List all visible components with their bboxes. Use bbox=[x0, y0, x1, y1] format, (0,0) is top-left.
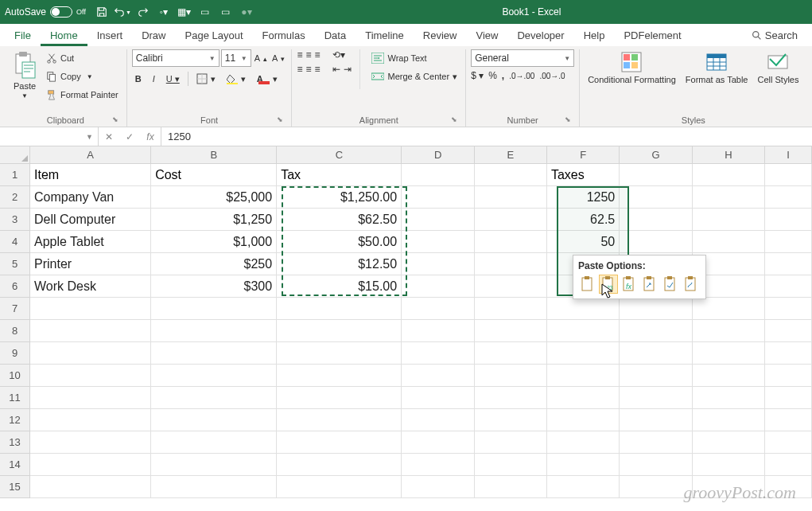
cell-E13[interactable] bbox=[475, 431, 547, 454]
spreadsheet-grid[interactable]: ABCDEFGHI 123456789101112131415 ItemCost… bbox=[0, 146, 812, 508]
number-format-combo[interactable]: General▼ bbox=[471, 49, 574, 67]
cell-D7[interactable] bbox=[402, 298, 474, 320]
cell-G4[interactable] bbox=[620, 231, 692, 253]
orientation-icon[interactable]: ⟲▾ bbox=[332, 49, 345, 60]
cell-B11[interactable] bbox=[151, 387, 277, 409]
cell-F13[interactable] bbox=[547, 431, 620, 454]
cell-F3[interactable]: 62.5 bbox=[547, 209, 620, 231]
row-header-6[interactable]: 6 bbox=[0, 275, 30, 298]
format-painter-button[interactable]: Format Painter bbox=[43, 86, 122, 103]
column-header-C[interactable]: C bbox=[277, 146, 402, 164]
cell-D12[interactable] bbox=[402, 409, 474, 431]
cell-E9[interactable] bbox=[475, 342, 547, 365]
paste-option-values[interactable]: 123 bbox=[599, 275, 618, 294]
cancel-formula-icon[interactable]: ✕ bbox=[99, 127, 119, 146]
borders-button[interactable]: ▾ bbox=[193, 70, 219, 88]
cell-C6[interactable]: $15.00 bbox=[277, 275, 402, 298]
insert-function-icon[interactable]: fx bbox=[140, 127, 161, 146]
cell-A15[interactable] bbox=[30, 476, 151, 498]
paste-option-formatting[interactable] bbox=[661, 275, 680, 294]
font-name-combo[interactable]: Calibri▼ bbox=[132, 49, 220, 67]
cell-I13[interactable] bbox=[765, 431, 812, 454]
cell-B6[interactable]: $300 bbox=[151, 275, 277, 298]
cell-B14[interactable] bbox=[151, 454, 277, 476]
decrease-indent-icon[interactable]: ⇤ bbox=[332, 64, 340, 75]
cell-C9[interactable] bbox=[277, 342, 402, 365]
cell-I10[interactable] bbox=[765, 365, 812, 387]
row-header-7[interactable]: 7 bbox=[0, 298, 30, 320]
cell-F15[interactable] bbox=[547, 476, 620, 498]
menu-developer[interactable]: Developer bbox=[507, 25, 573, 46]
enter-formula-icon[interactable]: ✓ bbox=[119, 127, 140, 146]
cell-E6[interactable] bbox=[475, 275, 547, 298]
cell-G7[interactable] bbox=[620, 298, 692, 320]
cell-D2[interactable] bbox=[402, 186, 474, 209]
cell-E15[interactable] bbox=[475, 476, 547, 498]
menu-data[interactable]: Data bbox=[315, 25, 355, 46]
cell-G8[interactable] bbox=[620, 320, 692, 342]
align-right-icon[interactable]: ≡ bbox=[314, 64, 320, 75]
cell-C11[interactable] bbox=[277, 387, 402, 409]
paste-option-link[interactable] bbox=[682, 275, 701, 294]
cell-I14[interactable] bbox=[765, 454, 812, 476]
qat-btn-4[interactable]: ◦▾ bbox=[154, 2, 173, 21]
paste-button[interactable]: Paste ▼ bbox=[10, 49, 40, 101]
cell-E8[interactable] bbox=[475, 320, 547, 342]
cell-H13[interactable] bbox=[693, 431, 765, 454]
decrease-font-icon[interactable]: A▾ bbox=[270, 49, 286, 67]
menu-draw[interactable]: Draw bbox=[132, 25, 175, 46]
cell-F4[interactable]: 50 bbox=[547, 231, 620, 253]
column-header-H[interactable]: H bbox=[693, 146, 765, 164]
cell-styles-button[interactable]: Cell Styles bbox=[754, 49, 802, 86]
cell-B3[interactable]: $1,250 bbox=[151, 209, 277, 231]
cell-H8[interactable] bbox=[693, 320, 765, 342]
cell-I12[interactable] bbox=[765, 409, 812, 431]
cell-A3[interactable]: Dell Computer bbox=[30, 209, 151, 231]
cell-H7[interactable] bbox=[693, 298, 765, 320]
cell-F7[interactable] bbox=[547, 298, 620, 320]
cell-D3[interactable] bbox=[402, 209, 474, 231]
cell-F9[interactable] bbox=[547, 342, 620, 365]
cell-A4[interactable]: Apple Tablet bbox=[30, 231, 151, 253]
cell-D10[interactable] bbox=[402, 365, 474, 387]
percent-format-icon[interactable]: % bbox=[488, 70, 497, 81]
cell-C12[interactable] bbox=[277, 409, 402, 431]
autosave-toggle[interactable]: AutoSave Off bbox=[5, 6, 86, 18]
cell-I8[interactable] bbox=[765, 320, 812, 342]
column-header-I[interactable]: I bbox=[765, 146, 812, 164]
row-header-11[interactable]: 11 bbox=[0, 387, 30, 409]
row-header-14[interactable]: 14 bbox=[0, 454, 30, 476]
cell-I6[interactable] bbox=[765, 275, 812, 298]
cell-B2[interactable]: $25,000 bbox=[151, 186, 277, 209]
align-center-icon[interactable]: ≡ bbox=[305, 64, 311, 75]
cell-D4[interactable] bbox=[402, 231, 474, 253]
cell-D13[interactable] bbox=[402, 431, 474, 454]
comma-format-icon[interactable]: , bbox=[502, 70, 504, 81]
menu-page-layout[interactable]: Page Layout bbox=[176, 25, 253, 46]
cell-D11[interactable] bbox=[402, 387, 474, 409]
formula-input[interactable]: 1250 bbox=[161, 131, 812, 142]
cell-F2[interactable]: 1250 bbox=[547, 186, 620, 209]
increase-font-icon[interactable]: A▴ bbox=[253, 49, 269, 67]
cell-A12[interactable] bbox=[30, 409, 151, 431]
cell-C14[interactable] bbox=[277, 454, 402, 476]
column-header-D[interactable]: D bbox=[402, 146, 474, 164]
row-header-1[interactable]: 1 bbox=[0, 164, 30, 186]
cell-C15[interactable] bbox=[277, 476, 402, 498]
cell-A5[interactable]: Printer bbox=[30, 253, 151, 275]
row-header-10[interactable]: 10 bbox=[0, 365, 30, 387]
cell-I1[interactable] bbox=[765, 164, 812, 186]
cell-B15[interactable] bbox=[151, 476, 277, 498]
cell-F8[interactable] bbox=[547, 320, 620, 342]
menu-review[interactable]: Review bbox=[414, 25, 467, 46]
cells-area[interactable]: ItemCostTaxTaxesCompany Van$25,000$1,250… bbox=[30, 164, 812, 498]
cell-D6[interactable] bbox=[402, 275, 474, 298]
fill-color-button[interactable]: ▾ bbox=[223, 70, 249, 88]
row-header-2[interactable]: 2 bbox=[0, 186, 30, 209]
cell-C5[interactable]: $12.50 bbox=[277, 253, 402, 275]
cell-A7[interactable] bbox=[30, 298, 151, 320]
qat-btn-7[interactable]: ▭ bbox=[216, 2, 235, 21]
cell-B8[interactable] bbox=[151, 320, 277, 342]
cell-I9[interactable] bbox=[765, 342, 812, 365]
cell-G10[interactable] bbox=[620, 365, 692, 387]
